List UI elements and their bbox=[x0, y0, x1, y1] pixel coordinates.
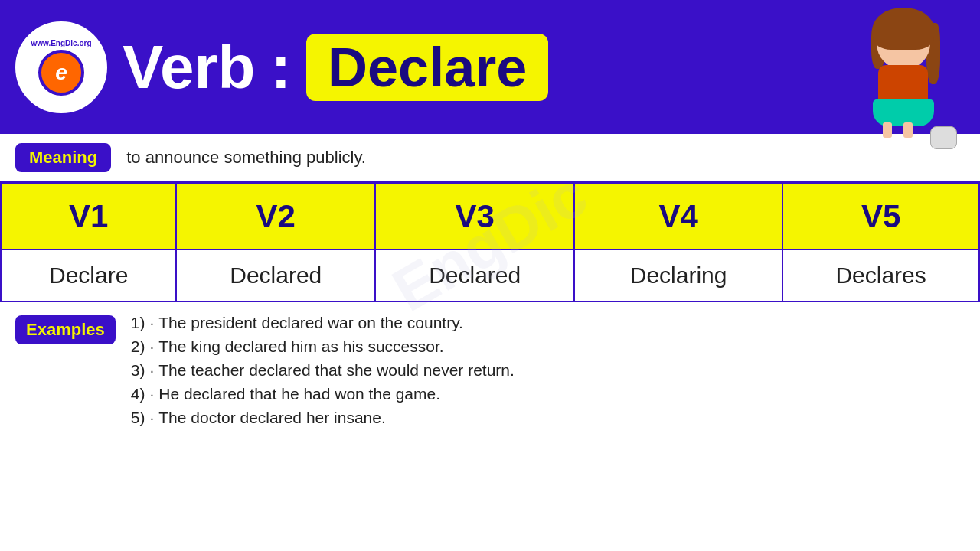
meaning-badge-label: Meaning bbox=[29, 148, 97, 167]
header: www.EngDic.org e Verb : Declare bbox=[0, 0, 980, 134]
example-5-num: 5) bbox=[131, 409, 145, 427]
meaning-row: Meaning to announce something publicly. bbox=[0, 134, 980, 183]
examples-row: Examples 1) · The president declared war… bbox=[0, 302, 980, 444]
cartoon-character bbox=[842, 11, 965, 134]
example-4-bullet: · bbox=[149, 385, 154, 403]
logo: www.EngDic.org e bbox=[15, 21, 107, 113]
logo-url: www.EngDic.org bbox=[31, 39, 91, 48]
example-1: 1) · The president declared war on the c… bbox=[131, 314, 514, 332]
example-5-bullet: · bbox=[149, 409, 154, 427]
girl-leg-right bbox=[903, 122, 913, 138]
girl-cat bbox=[930, 126, 957, 149]
example-1-text: The president declared war on the countr… bbox=[158, 314, 463, 332]
girl-leg-left bbox=[883, 122, 892, 138]
logo-e-letter: e bbox=[55, 60, 67, 85]
example-2-num: 2) bbox=[131, 337, 145, 356]
example-5: 5) · The doctor declared her insane. bbox=[131, 409, 514, 427]
meaning-definition: to announce something publicly. bbox=[126, 148, 366, 168]
col-v4: V4 bbox=[574, 184, 782, 249]
header-title-area: Verb : Declare bbox=[107, 34, 965, 101]
girl-hair-top bbox=[873, 8, 934, 50]
v2-value: Declared bbox=[176, 249, 375, 302]
examples-list: 1) · The president declared war on the c… bbox=[131, 314, 514, 432]
table-header-row: V1 V2 V3 V4 V5 bbox=[1, 184, 979, 249]
example-3: 3) · The teacher declared that she would… bbox=[131, 361, 514, 380]
logo-e-circle: e bbox=[38, 50, 84, 96]
col-v2: V2 bbox=[176, 184, 375, 249]
example-1-bullet: · bbox=[149, 314, 154, 332]
meaning-badge: Meaning bbox=[15, 143, 111, 172]
example-3-text: The teacher declared that she would neve… bbox=[158, 361, 514, 380]
verb-forms-table: V1 V2 V3 V4 V5 Declare Declared Declared… bbox=[0, 183, 980, 302]
table-data-row: Declare Declared Declared Declaring Decl… bbox=[1, 249, 979, 302]
colon: : bbox=[270, 37, 291, 98]
example-4-num: 4) bbox=[131, 385, 145, 403]
girl-legs bbox=[883, 122, 913, 138]
col-v1: V1 bbox=[1, 184, 176, 249]
example-2-text: The king declared him as his successor. bbox=[158, 337, 443, 356]
examples-badge-label: Examples bbox=[26, 320, 105, 339]
word-badge: Declare bbox=[306, 34, 548, 101]
example-3-bullet: · bbox=[149, 361, 154, 380]
example-1-num: 1) bbox=[131, 314, 145, 332]
example-3-num: 3) bbox=[131, 361, 145, 380]
examples-badge: Examples bbox=[15, 315, 116, 344]
col-v5: V5 bbox=[782, 184, 979, 249]
verb-label: Verb bbox=[122, 37, 255, 98]
col-v3: V3 bbox=[375, 184, 574, 249]
v1-value: Declare bbox=[1, 249, 176, 302]
example-2: 2) · The king declared him as his succes… bbox=[131, 337, 514, 356]
v3-value: Declared bbox=[375, 249, 574, 302]
v4-value: Declaring bbox=[574, 249, 782, 302]
example-4-text: He declared that he had won the game. bbox=[158, 385, 440, 403]
girl-illustration bbox=[850, 11, 957, 134]
example-4: 4) · He declared that he had won the gam… bbox=[131, 385, 514, 403]
example-2-bullet: · bbox=[149, 337, 154, 356]
example-5-text: The doctor declared her insane. bbox=[158, 409, 386, 427]
table-container: V1 V2 V3 V4 V5 Declare Declared Declared… bbox=[0, 183, 980, 302]
word-text: Declare bbox=[328, 40, 527, 95]
v5-value: Declares bbox=[782, 249, 979, 302]
